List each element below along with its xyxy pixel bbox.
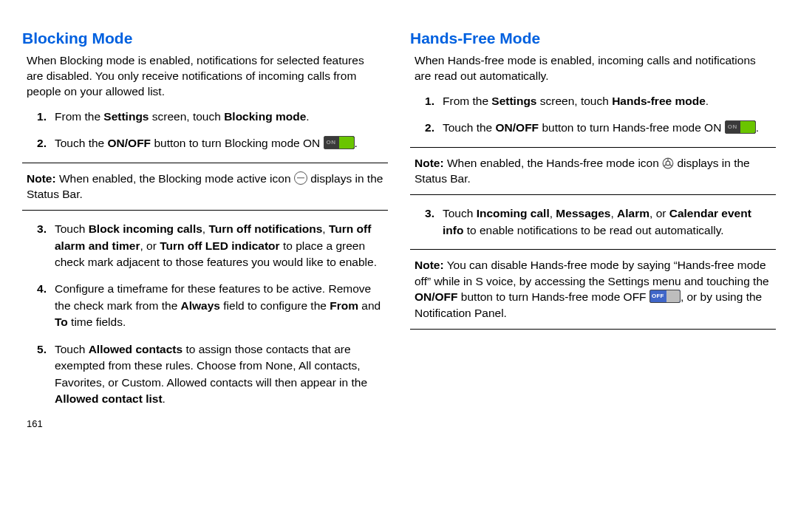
- note-label: Note:: [415, 259, 444, 271]
- page-number: 161: [22, 418, 388, 429]
- step: Configure a timeframe for these features…: [55, 281, 383, 330]
- note-label: Note:: [27, 172, 56, 185]
- step: Touch Allowed contacts to assign those c…: [55, 341, 383, 408]
- step: From the Settings screen, touch Hands-fr…: [443, 93, 771, 109]
- step: Touch Block incoming calls, Turn off not…: [55, 221, 383, 270]
- step: Touch Incoming call, Messages, Alarm, or…: [443, 205, 771, 239]
- svg-line-4: [670, 164, 672, 166]
- note-handsfree-2: Note: You can disable Hands-free mode by…: [410, 249, 776, 330]
- note-handsfree-1: Note: When enabled, the Hands-free mode …: [410, 147, 776, 195]
- right-column: Hands-Free Mode When Hands-free mode is …: [410, 30, 776, 517]
- toggle-off-icon: [649, 290, 681, 303]
- note-blocking: Note: When enabled, the Blocking mode ac…: [22, 163, 388, 211]
- svg-line-3: [664, 164, 666, 166]
- svg-point-1: [666, 161, 670, 166]
- intro-blocking: When Blocking mode is enabled, notificat…: [22, 53, 388, 100]
- left-column: Blocking Mode When Blocking mode is enab…: [22, 30, 388, 517]
- step: From the Settings screen, touch Blocking…: [55, 109, 383, 125]
- step: Touch the ON/OFF button to turn Blocking…: [55, 135, 383, 151]
- steps-handsfree-1: From the Settings screen, touch Hands-fr…: [410, 93, 776, 137]
- heading-hands-free: Hands-Free Mode: [410, 30, 776, 47]
- toggle-on-icon: [725, 120, 756, 134]
- note-label: Note:: [415, 157, 444, 169]
- blocking-mode-icon: [294, 171, 307, 185]
- toggle-on-icon: [324, 136, 355, 149]
- steps-handsfree-2: Touch Incoming call, Messages, Alarm, or…: [410, 205, 776, 239]
- step: Touch the ON/OFF button to turn Hands-fr…: [443, 120, 771, 136]
- steps-blocking-1: From the Settings screen, touch Blocking…: [22, 109, 388, 152]
- heading-blocking-mode: Blocking Mode: [22, 30, 388, 47]
- intro-hands-free: When Hands-free mode is enabled, incomin…: [410, 53, 776, 84]
- hands-free-mode-icon: [662, 157, 674, 169]
- steps-blocking-2: Touch Block incoming calls, Turn off not…: [22, 221, 388, 408]
- manual-page: Blocking Mode When Blocking mode is enab…: [0, 0, 798, 532]
